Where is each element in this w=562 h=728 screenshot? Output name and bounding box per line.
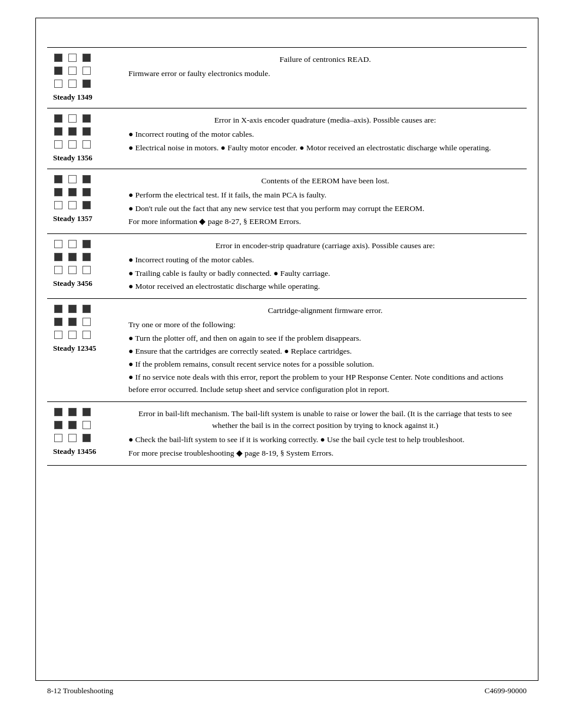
led-7 bbox=[54, 266, 62, 274]
desc-cell-steady-1356: Error in X-axis encoder quadrature (medi… bbox=[124, 108, 527, 169]
steady-label-steady-13456: Steady 13456 bbox=[53, 447, 119, 456]
led-1 bbox=[54, 305, 62, 313]
led-cell-steady-12345: Steady 12345 bbox=[47, 299, 124, 402]
led-1 bbox=[54, 54, 62, 62]
border-top bbox=[35, 18, 538, 18]
bullet-steady-3456-1: ● Trailing cable is faulty or badly conn… bbox=[128, 268, 522, 279]
led-7 bbox=[54, 434, 62, 442]
footer: 8-12 Troubleshooting C4699-90000 bbox=[47, 686, 527, 696]
led-cell-steady-1357: Steady 1357 bbox=[47, 169, 124, 234]
bullet-steady-1356-1: ● Electrical noise in motors. ● Faulty m… bbox=[128, 142, 522, 154]
desc-cell-steady-13456: Error in bail-lift mechanism. The bail-l… bbox=[124, 401, 527, 465]
led-7 bbox=[54, 331, 62, 339]
led-7 bbox=[54, 80, 62, 88]
led-6 bbox=[82, 127, 91, 136]
led-cell-steady-13456: Steady 13456 bbox=[47, 401, 124, 465]
led-1 bbox=[54, 240, 62, 248]
led-9 bbox=[82, 201, 91, 209]
led-6 bbox=[82, 67, 91, 75]
led-8 bbox=[68, 331, 77, 339]
ref-line-steady-13456: For more precise troubleshooting ◆ page … bbox=[128, 447, 522, 459]
table-row: Steady 3456Error in encoder-strip quadra… bbox=[47, 234, 527, 299]
main-table: Steady 1349Failure of centronics READ.Fi… bbox=[47, 47, 527, 466]
led-9 bbox=[82, 331, 91, 339]
led-grid-steady-1356 bbox=[54, 114, 119, 151]
led-9 bbox=[82, 434, 91, 442]
led-3 bbox=[82, 240, 91, 248]
led-4 bbox=[54, 253, 62, 261]
bullet-steady-3456-2: ● Motor received an electrostatic discha… bbox=[128, 281, 522, 292]
border-bottom bbox=[35, 680, 538, 681]
table-row: Steady 1357Contents of the EEROM have be… bbox=[47, 169, 527, 234]
led-6 bbox=[82, 188, 91, 196]
led-9 bbox=[82, 140, 91, 149]
led-9 bbox=[82, 80, 91, 88]
led-cell-steady-1356: Steady 1356 bbox=[47, 108, 124, 169]
border-right bbox=[538, 18, 538, 681]
bullet-steady-12345-0: ● Turn the plotter off, and then on agai… bbox=[128, 332, 522, 344]
led-7 bbox=[54, 201, 62, 209]
led-1 bbox=[54, 408, 62, 416]
led-6 bbox=[82, 253, 91, 261]
steady-label-steady-1356: Steady 1356 bbox=[53, 153, 119, 163]
steady-label-steady-1357: Steady 1357 bbox=[53, 214, 119, 223]
led-4 bbox=[54, 67, 62, 75]
desc-cell-steady-1349: Failure of centronics READ.Firmware erro… bbox=[124, 48, 527, 108]
led-5 bbox=[68, 421, 77, 429]
led-2 bbox=[68, 54, 77, 62]
bullet-steady-12345-3: ● If no service note deals with this err… bbox=[128, 371, 522, 396]
led-7 bbox=[54, 140, 62, 149]
border-left bbox=[35, 18, 36, 681]
led-grid-steady-13456 bbox=[54, 408, 119, 444]
desc-title-steady-12345: Cartridge-alignment firmware error. bbox=[128, 305, 522, 317]
bullet-steady-1357-0: ● Perform the electrical test. If it fai… bbox=[128, 189, 522, 201]
led-4 bbox=[54, 188, 62, 196]
led-3 bbox=[82, 175, 91, 183]
steady-label-steady-1349: Steady 1349 bbox=[53, 93, 119, 102]
led-5 bbox=[68, 318, 77, 326]
led-9 bbox=[82, 266, 91, 274]
led-2 bbox=[68, 175, 77, 183]
table-row: Steady 12345Cartridge-alignment firmware… bbox=[47, 299, 527, 402]
led-8 bbox=[68, 80, 77, 88]
led-3 bbox=[82, 114, 91, 123]
desc-cell-steady-3456: Error in encoder-strip quadrature (carri… bbox=[124, 234, 527, 299]
table-row: Steady 1349Failure of centronics READ.Fi… bbox=[47, 48, 527, 108]
table-row: Steady 13456Error in bail-lift mechanism… bbox=[47, 401, 527, 465]
desc-cell-steady-12345: Cartridge-alignment firmware error.Try o… bbox=[124, 299, 527, 402]
led-grid-steady-12345 bbox=[54, 305, 119, 341]
desc-title-steady-1357: Contents of the EEROM have been lost. bbox=[128, 175, 522, 187]
bullet-steady-12345-1: ● Ensure that the cartridges are correct… bbox=[128, 345, 522, 357]
bullet-steady-1357-1: ● Don't rule out the fact that any new s… bbox=[128, 203, 522, 215]
desc-body-steady-1349: Firmware error or faulty electronics mod… bbox=[128, 68, 522, 80]
led-8 bbox=[68, 201, 77, 209]
desc-title-steady-1349: Failure of centronics READ. bbox=[128, 54, 522, 65]
led-2 bbox=[68, 408, 77, 416]
led-5 bbox=[68, 67, 77, 75]
led-1 bbox=[54, 114, 62, 123]
led-3 bbox=[82, 408, 91, 416]
steady-label-steady-12345: Steady 12345 bbox=[53, 344, 119, 353]
led-grid-steady-1349 bbox=[54, 54, 119, 90]
bullet-steady-12345-2: ● If the problem remains, consult recent… bbox=[128, 358, 522, 370]
page: Steady 1349Failure of centronics READ.Fi… bbox=[0, 0, 562, 728]
led-4 bbox=[54, 318, 62, 326]
desc-title-steady-1356: Error in X-axis encoder quadrature (medi… bbox=[128, 114, 522, 126]
content: Steady 1349Failure of centronics READ.Fi… bbox=[47, 47, 527, 466]
desc-cell-steady-1357: Contents of the EEROM have been lost.● P… bbox=[124, 169, 527, 234]
led-4 bbox=[54, 421, 62, 429]
led-5 bbox=[68, 188, 77, 196]
led-8 bbox=[68, 266, 77, 274]
led-2 bbox=[68, 240, 77, 248]
led-3 bbox=[82, 54, 91, 62]
led-1 bbox=[54, 175, 62, 183]
led-5 bbox=[68, 127, 77, 136]
ref-line-steady-1357: For more information ◆ page 8-27, § EERO… bbox=[128, 216, 522, 228]
led-6 bbox=[82, 318, 91, 326]
led-3 bbox=[82, 305, 91, 313]
led-6 bbox=[82, 421, 91, 429]
desc-title-steady-3456: Error in encoder-strip quadrature (carri… bbox=[128, 240, 522, 252]
bullet-steady-13456-0: ● Check the bail-lift system to see if i… bbox=[128, 434, 522, 446]
led-grid-steady-3456 bbox=[54, 240, 119, 276]
bullet-steady-3456-0: ● Incorrect routing of the motor cables. bbox=[128, 254, 522, 266]
